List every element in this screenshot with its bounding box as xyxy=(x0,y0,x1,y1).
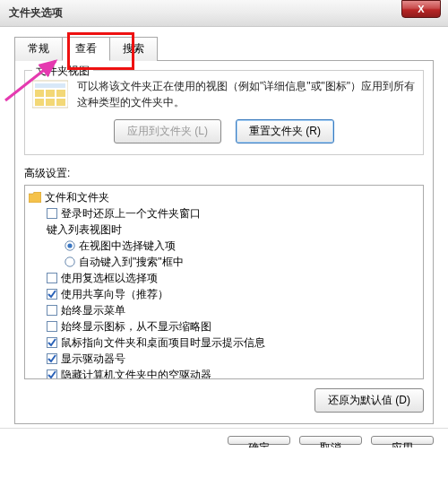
window-title: 文件夹选项 xyxy=(9,5,63,21)
svg-rect-5 xyxy=(56,90,65,97)
checkbox-icon[interactable] xyxy=(47,273,57,283)
svg-rect-8 xyxy=(56,99,65,106)
svg-point-12 xyxy=(65,257,74,266)
tree-item-label: 始终显示菜单 xyxy=(61,303,125,318)
tree-item-label: 始终显示图标，从不显示缩略图 xyxy=(61,319,211,335)
advanced-settings-tree[interactable]: 文件和文件夹 登录时还原上一个文件夹窗口键入列表视图时在视图中选择键入项自动键入… xyxy=(24,185,424,379)
folder-views-icon xyxy=(32,78,68,110)
restore-defaults-button[interactable]: 还原为默认值 (D) xyxy=(314,388,424,413)
tree-item[interactable]: 在视图中选择键入项 xyxy=(27,238,421,254)
tree-item[interactable]: 自动键入到"搜索"框中 xyxy=(27,254,421,270)
dialog-buttons: 确定 取消 应用 xyxy=(0,428,448,448)
svg-point-11 xyxy=(67,243,72,248)
tree-root: 文件和文件夹 xyxy=(27,189,421,205)
tree-item[interactable]: 键入列表视图时 xyxy=(27,222,421,238)
groupbox-folder-view: 文件夹视图 可以将该文件夹正在使用的视图（例如"详细信息"或"图标"）应用到所有… xyxy=(24,70,424,155)
tree-item-label: 自动键入到"搜索"框中 xyxy=(79,255,184,270)
tab-general[interactable]: 常规 xyxy=(14,37,63,61)
reset-folders-button[interactable]: 重置文件夹 (R) xyxy=(236,119,334,143)
tree-item[interactable]: 显示驱动器号 xyxy=(27,351,421,367)
tree-root-label: 文件和文件夹 xyxy=(45,190,109,205)
tab-panel-view: 文件夹视图 可以将该文件夹正在使用的视图（例如"详细信息"或"图标"）应用到所有… xyxy=(14,60,434,424)
tab-view[interactable]: 查看 xyxy=(62,37,110,61)
checkbox-icon[interactable] xyxy=(47,353,57,364)
svg-rect-7 xyxy=(46,99,55,106)
folder-view-description: 可以将该文件夹正在使用的视图（例如"详细信息"或"图标"）应用到所有这种类型的文… xyxy=(77,78,416,110)
checkbox-icon[interactable] xyxy=(47,337,57,348)
checkbox-icon[interactable] xyxy=(47,369,57,379)
advanced-settings-label: 高级设置: xyxy=(24,166,424,181)
tree-item-label: 使用共享向导（推荐） xyxy=(61,287,168,302)
svg-rect-15 xyxy=(47,306,57,316)
tree-item-label: 键入列表视图时 xyxy=(47,222,122,238)
checkbox-icon[interactable] xyxy=(47,289,57,300)
close-button[interactable]: X xyxy=(401,0,441,18)
svg-rect-6 xyxy=(35,99,44,106)
tree-item[interactable]: 鼠标指向文件夹和桌面项目时显示提示信息 xyxy=(27,335,421,351)
tree-item[interactable]: 始终显示图标，从不显示缩略图 xyxy=(27,318,421,335)
tree-item-label: 鼠标指向文件夹和桌面项目时显示提示信息 xyxy=(61,335,265,351)
cancel-button[interactable]: 取消 xyxy=(299,436,362,445)
checkbox-icon[interactable] xyxy=(47,208,57,219)
radio-icon[interactable] xyxy=(65,256,75,267)
ok-button[interactable]: 确定 xyxy=(228,436,290,445)
tree-item[interactable]: 使用复选框以选择项 xyxy=(27,270,421,286)
tab-bar: 常规 查看 搜索 xyxy=(14,36,434,60)
tree-item-label: 在视图中选择键入项 xyxy=(79,239,176,254)
apply-to-folders-button[interactable]: 应用到文件夹 (L) xyxy=(114,119,221,143)
titlebar: 文件夹选项 X xyxy=(0,0,448,27)
tree-item[interactable]: 隐藏计算机文件夹中的空驱动器 xyxy=(27,367,421,379)
tree-item-label: 登录时还原上一个文件夹窗口 xyxy=(61,206,201,222)
svg-rect-4 xyxy=(46,90,55,97)
tree-item[interactable]: 登录时还原上一个文件夹窗口 xyxy=(27,205,421,222)
svg-rect-2 xyxy=(35,83,65,88)
svg-rect-3 xyxy=(35,90,44,97)
checkbox-icon[interactable] xyxy=(47,305,57,316)
radio-icon[interactable] xyxy=(65,240,75,251)
tree-item-label: 使用复选框以选择项 xyxy=(61,271,158,286)
tree-item-label: 隐藏计算机文件夹中的空驱动器 xyxy=(61,368,211,380)
tree-item[interactable]: 始终显示菜单 xyxy=(27,302,421,318)
checkbox-icon[interactable] xyxy=(47,321,57,332)
svg-rect-9 xyxy=(47,209,57,219)
groupbox-legend: 文件夹视图 xyxy=(32,64,93,79)
folder-icon xyxy=(29,192,41,203)
svg-rect-13 xyxy=(47,274,57,283)
tree-item-label: 显示驱动器号 xyxy=(61,352,125,367)
tree-item[interactable]: 使用共享向导（推荐） xyxy=(27,286,421,302)
apply-button[interactable]: 应用 xyxy=(371,436,434,445)
svg-rect-16 xyxy=(47,322,57,332)
tab-search[interactable]: 搜索 xyxy=(109,37,158,61)
